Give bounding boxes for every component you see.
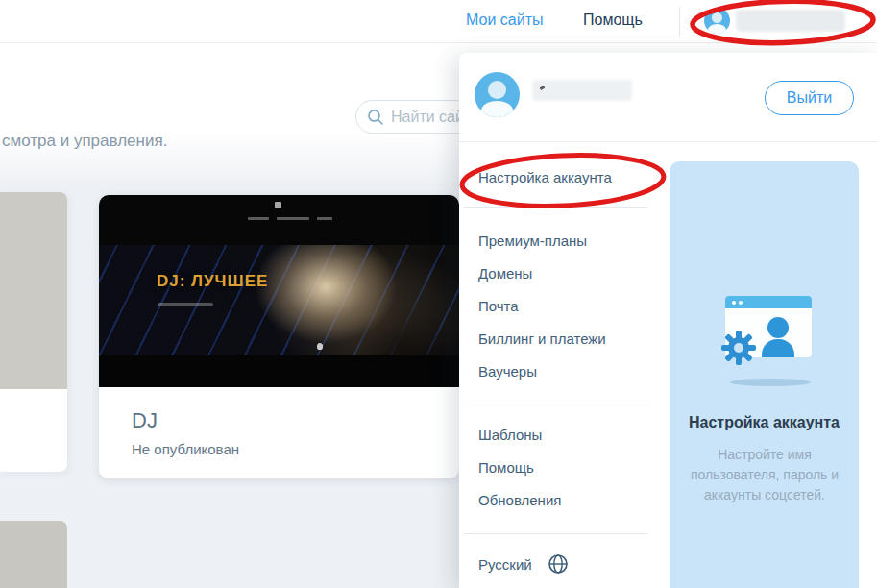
account-dropdown-panel: Выйти Настройка аккаунта Премиум-планы Д… [459,53,877,588]
browser-titlebar [725,296,812,308]
thumbnail-hero-image: DJ: ЛУЧШЕЕ [99,245,459,355]
logout-button[interactable]: Выйти [765,81,854,115]
menu-item-updates[interactable]: Обновления [478,491,561,510]
language-selector[interactable]: Русский [478,555,532,575]
hero-title: DJ: ЛУЧШЕЕ [157,272,268,291]
site-status: Не опубликован [132,441,239,457]
menu-item-templates[interactable]: Шаблоны [478,426,542,445]
dropdown-username-redacted [532,80,632,101]
menu-item-account-settings[interactable]: Настройка аккаунта [478,168,612,187]
topbar-help-link[interactable]: Помощь [583,12,643,29]
menu-item-help[interactable]: Помощь [478,458,534,478]
globe-icon[interactable] [548,553,569,575]
menu-divider [464,404,647,404]
menu-item-mail[interactable]: Почта [478,297,519,316]
hero-subtitle-blur [158,303,213,306]
dropdown-avatar [475,72,520,117]
menu-item-domains[interactable]: Домены [478,264,532,283]
illustration-shadow [730,379,811,386]
account-settings-promo-panel: Настройка аккаунта Настройте имя пользов… [670,161,859,588]
thumbnail-site-logo [275,202,281,208]
menu-item-premium-plans[interactable]: Премиум-планы [478,232,587,251]
menu-divider [464,207,647,208]
page-subtitle: смотра и управления. [2,132,167,151]
topbar: Мои сайты Помощь [0,0,877,43]
promo-title: Настройка аккаунта [670,414,859,431]
person-icon [767,317,789,338]
avatar-head-shape [712,12,722,23]
avatar-body-shape [481,101,513,117]
account-settings-illustration [670,286,859,392]
site-card-dj[interactable]: DJ: ЛУЧШЕЕ DJ Не опубликован [99,195,459,478]
gear-icon [719,329,758,367]
topbar-username-redacted[interactable] [736,10,845,32]
topbar-divider [679,7,680,37]
site-card-footer: DJ Не опубликован [99,387,459,478]
dropdown-header-divider [459,141,877,142]
site-card-footer-partial [0,389,67,472]
menu-item-vouchers[interactable]: Ваучеры [478,362,537,381]
menu-divider [464,533,647,534]
topbar-my-sites-link[interactable]: Мои сайты [466,12,543,29]
site-thumbnail-partial [0,192,67,389]
site-card-partial[interactable] [0,192,67,472]
avatar-body-shape [708,24,726,34]
apple-logo-glyph [317,343,323,350]
thumbnail-bottom-band [99,355,459,387]
person-icon [762,339,794,357]
site-name: DJ [132,408,158,433]
search-icon [367,109,384,126]
menu-item-billing[interactable]: Биллинг и платежи [478,330,606,349]
site-card-partial-bottom[interactable] [0,521,67,588]
topbar-avatar[interactable] [704,8,730,34]
promo-description: Настройте имя пользователя, пароль и акк… [683,445,846,505]
thumbnail-nav-links [248,217,332,220]
site-thumbnail: DJ: ЛУЧШЕЕ [99,195,459,387]
avatar-head-shape [488,81,506,99]
